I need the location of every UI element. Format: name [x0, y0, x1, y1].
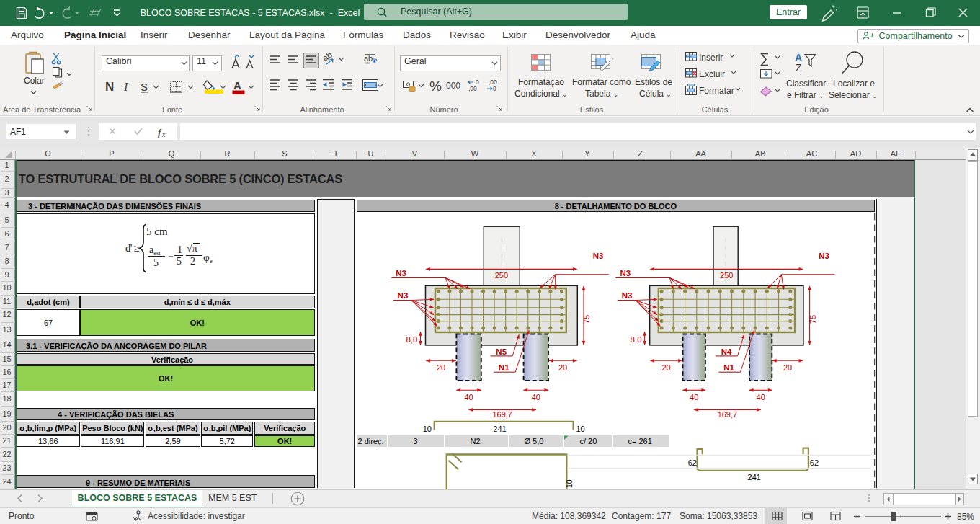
svg-text:%: % [429, 79, 442, 94]
svg-text:85%: 85% [957, 512, 974, 522]
svg-text:Z: Z [796, 62, 802, 74]
svg-text:A: A [795, 52, 802, 63]
svg-text:x: x [161, 130, 166, 138]
svg-text:S: S [141, 81, 148, 93]
svg-text:0: 0 [476, 79, 479, 86]
svg-text:,00: ,00 [468, 85, 477, 92]
svg-text:N: N [105, 80, 114, 94]
svg-text:I: I [123, 81, 128, 93]
svg-text:000: 000 [446, 81, 460, 91]
svg-text:ab: ab [321, 50, 334, 63]
svg-text:,00: ,00 [489, 79, 497, 86]
svg-text:A: A [233, 79, 241, 92]
svg-text:ab: ab [364, 54, 373, 63]
svg-text:0: 0 [493, 85, 496, 92]
